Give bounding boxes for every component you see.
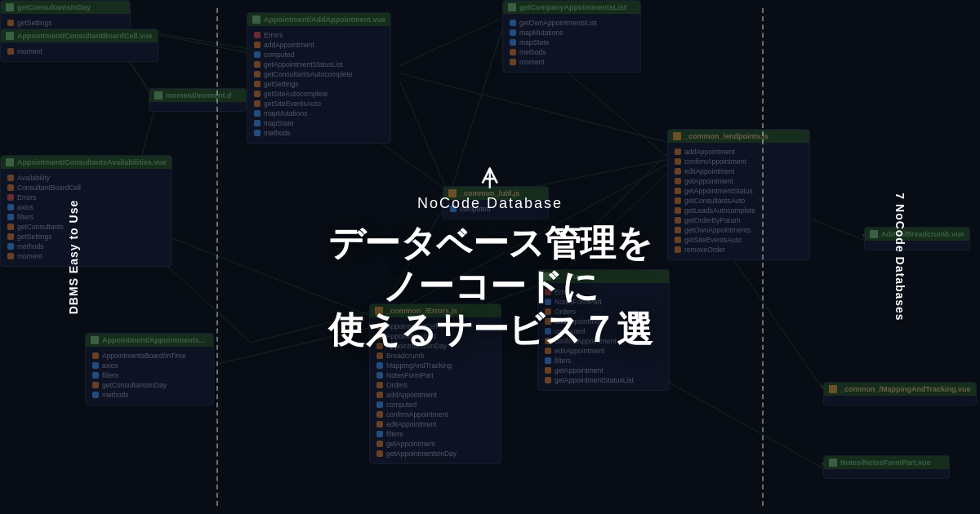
node-breadcrumb: Admin/Breadcrumb.vue: [864, 227, 970, 250]
node-appointments: Appointment/Appointments... Appointments…: [85, 333, 214, 405]
side-label-right: 7 NoCode Databases: [893, 193, 906, 321]
node-availabilities: Appointment/ConsultantsAvailabilities.vu…: [0, 155, 172, 267]
node-addappointment: Appointment/AddAppointment.vue Errors ad…: [247, 12, 391, 144]
node-mapping: _common_/MappingAndTracking.vue: [823, 382, 977, 405]
logo-icon: [475, 162, 505, 192]
right-border: [762, 8, 764, 506]
logo-area: NoCode Database: [328, 162, 653, 212]
title-line1: データベース管理を: [328, 222, 653, 265]
node-top-right: getCompanyAppointmentsList getOwnAppoint…: [502, 0, 641, 73]
side-label-left: DBMS Easy to Use: [67, 200, 80, 314]
node-consultantboardcell: Appointment/ConsultantBoardCell.vue mome…: [0, 29, 158, 62]
node-notes: Notes/NotesFormPart.vue: [823, 455, 950, 479]
node-endpoints: _common_/endpoints.js addAppointment con…: [667, 129, 810, 260]
title-line3: 使えるサービス７選: [328, 308, 653, 352]
left-border: [216, 8, 218, 506]
node-moment: moment/moment.d: [149, 88, 247, 112]
main-title: データベース管理を ノーコードに 使えるサービス７選: [328, 222, 653, 351]
content-center: NoCode Database データベース管理を ノーコードに 使えるサービス…: [328, 162, 653, 351]
logo-text: NoCode Database: [417, 195, 563, 212]
title-line2: ノーコードに: [328, 265, 653, 308]
